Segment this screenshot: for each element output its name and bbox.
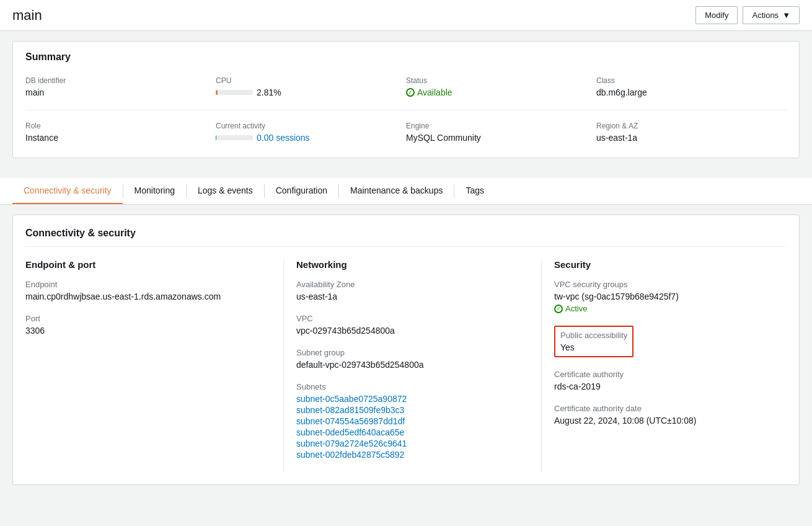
tab-logs[interactable]: Logs & events [187,178,264,204]
tab-connectivity[interactable]: Connectivity & security [12,178,123,204]
connectivity-grid: Endpoint & port Endpoint main.cp0rdhwjbs… [25,259,787,472]
connectivity-heading: Connectivity & security [25,228,787,247]
security-section: Security VPC security groups tw-vpc (sg-… [541,259,787,472]
tab-monitoring[interactable]: Monitoring [123,178,186,204]
az-label: Availability Zone [296,280,529,289]
current-activity-label: Current activity [216,122,396,130]
port-item: Port 3306 [25,314,271,336]
role-cell: Role Instance [25,117,216,148]
db-identifier-value: main [25,87,206,97]
engine-value: MySQL Community [406,133,586,143]
top-bar: main Modify Actions ▼ [0,0,812,31]
region-az-label: Region & AZ [596,122,777,130]
public-accessibility-box: Public accessibility Yes [554,326,633,357]
endpoint-port-heading: Endpoint & port [25,259,271,270]
vpc-sg-label: VPC security groups [554,280,787,289]
class-cell: Class db.m6g.large [596,71,787,104]
public-accessibility-item: Public accessibility Yes [554,326,787,357]
modify-button[interactable]: Modify [695,6,738,24]
role-value: Instance [25,133,206,143]
port-label: Port [25,314,271,323]
endpoint-label: Endpoint [25,280,271,289]
cert-authority-date-item: Certificate authority date August 22, 20… [554,404,787,426]
class-value: db.m6g.large [596,87,777,97]
cpu-value: 2.81% [257,87,281,97]
cpu-bar: 2.81% [216,87,396,97]
vpc-value[interactable]: vpc-029743b65d254800a [296,326,395,336]
actions-button[interactable]: Actions ▼ [743,6,800,24]
vpc-label: VPC [296,314,529,323]
subnets-list: subnet-0c5aabe0725a90872subnet-082ad8150… [296,394,529,460]
db-identifier-cell: DB identifier main [25,71,216,104]
az-value: us-east-1a [296,292,529,301]
cpu-cell: CPU 2.81% [216,71,406,104]
region-az-value: us-east-1a [596,133,777,143]
tabs: Connectivity & security Monitoring Logs … [0,178,812,204]
subnets-label: Subnets [296,382,529,391]
actions-label: Actions [752,11,779,20]
main-content: Summary DB identifier main CPU 2.81% Sta… [0,31,812,178]
status-cell: Status ✓ Available [406,71,596,104]
summary-card: Summary DB identifier main CPU 2.81% Sta… [12,41,800,158]
page-title: main [12,7,42,24]
summary-heading: Summary [25,51,787,63]
region-az-cell: Region & AZ us-east-1a [596,117,787,148]
public-accessibility-value: Yes [560,342,627,352]
active-icon: ✓ [554,305,563,313]
endpoint-item: Endpoint main.cp0rdhwjbsae.us-east-1.rds… [25,280,271,301]
security-heading: Security [554,259,787,270]
public-accessibility-label: Public accessibility [560,331,627,340]
cert-authority-date-value: August 22, 2024, 10:08 (UTC±10:08) [554,416,787,426]
engine-cell: Engine MySQL Community [406,117,596,148]
vpc-item: VPC vpc-029743b65d254800a [296,314,529,336]
subnet-group-label: Subnet group [296,348,529,357]
current-activity-cell: Current activity 0.00 sessions [216,117,406,148]
connectivity-card: Connectivity & security Endpoint & port … [12,215,800,485]
summary-divider [25,110,787,110]
networking-section: Networking Availability Zone us-east-1a … [283,259,529,472]
role-label: Role [25,122,206,130]
activity-bar-track [216,135,253,140]
subnet-link[interactable]: subnet-079a2724e526c9641 [296,439,529,448]
subnet-link[interactable]: subnet-002fdeb42875c5892 [296,450,529,460]
vpc-sg-value[interactable]: tw-vpc (sg-0ac1579b68e9425f7) [554,292,679,301]
activity-bar-fill [216,135,216,140]
tab-tags[interactable]: Tags [454,178,495,204]
status-icon: ✓ [406,88,415,97]
cpu-label: CPU [216,76,396,85]
status-text: Available [417,87,452,97]
chevron-down-icon: ▼ [782,11,790,20]
az-item: Availability Zone us-east-1a [296,280,529,301]
subnet-link[interactable]: subnet-0c5aabe0725a90872 [296,394,529,404]
status-value: ✓ Available [406,87,586,97]
tab-configuration[interactable]: Configuration [265,178,338,204]
subnet-link[interactable]: subnet-082ad81509fe9b3c3 [296,405,529,415]
networking-heading: Networking [296,259,529,270]
active-label: Active [565,304,587,313]
subnet-link[interactable]: subnet-0ded5edf640aca65e [296,427,529,437]
top-bar-actions: Modify Actions ▼ [695,6,800,24]
active-badge: ✓ Active [554,304,787,313]
subnet-group-value: default-vpc-029743b65d254800a [296,360,529,370]
endpoint-port-section: Endpoint & port Endpoint main.cp0rdhwjbs… [25,259,271,472]
cert-authority-item: Certificate authority rds-ca-2019 [554,370,787,391]
subnets-item: Subnets subnet-0c5aabe0725a90872subnet-0… [296,382,529,460]
current-activity-value[interactable]: 0.00 sessions [257,133,310,143]
vpc-sg-item: VPC security groups tw-vpc (sg-0ac1579b6… [554,280,787,313]
status-label: Status [406,76,586,85]
cpu-bar-fill [216,90,218,95]
subnet-link[interactable]: subnet-074554a56987dd1df [296,416,529,426]
tabs-container: Connectivity & security Monitoring Logs … [0,178,812,205]
cert-authority-date-label: Certificate authority date [554,404,787,413]
activity-bar: 0.00 sessions [216,133,396,143]
cpu-bar-track [216,90,253,95]
port-value: 3306 [25,326,271,336]
endpoint-value: main.cp0rdhwjbsae.us-east-1.rds.amazonaw… [25,292,271,301]
cert-authority-label: Certificate authority [554,370,787,379]
subnet-group-item: Subnet group default-vpc-029743b65d25480… [296,348,529,370]
engine-label: Engine [406,122,586,130]
summary-grid: DB identifier main CPU 2.81% Status ✓ Av… [25,71,787,148]
class-label: Class [596,76,777,85]
tab-maintenance[interactable]: Maintenance & backups [339,178,454,204]
db-identifier-label: DB identifier [25,76,206,85]
